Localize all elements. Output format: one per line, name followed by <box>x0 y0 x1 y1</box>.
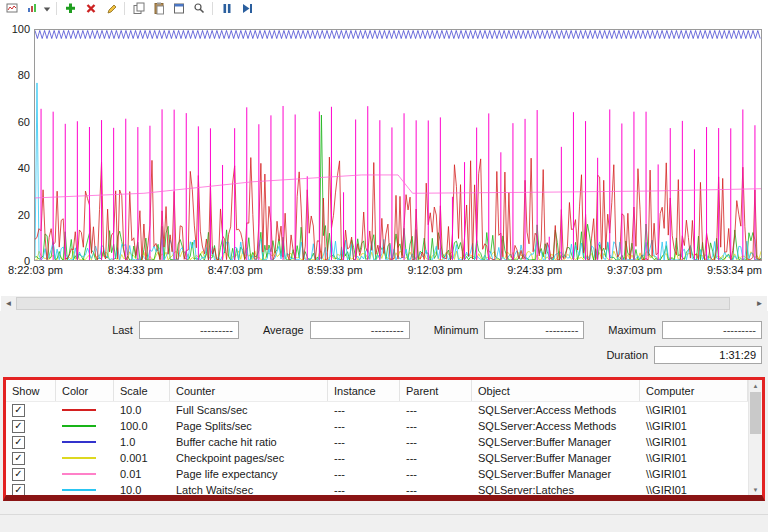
legend-row[interactable]: ✓10.0Full Scans/sec------SQLServer:Acces… <box>6 402 748 418</box>
object-cell: SQLServer:Buffer Manager <box>472 452 640 464</box>
maximum-label: Maximum <box>608 324 656 336</box>
dropdown-caret-icon <box>43 5 51 13</box>
scroll-left-arrow-icon[interactable]: ◄ <box>1 296 16 311</box>
scrollbar-track[interactable] <box>16 296 752 311</box>
x-tick: 9:37:03 pm <box>607 264 662 276</box>
stats-row-values: Last --------- Average --------- Minimum… <box>0 321 762 339</box>
horizontal-scrollbar[interactable]: ◄ ► <box>1 296 767 311</box>
x-tick: 9:12:03 pm <box>407 264 462 276</box>
toolbar-separator <box>212 2 213 15</box>
legend-body: ✓10.0Full Scans/sec------SQLServer:Acces… <box>6 402 748 495</box>
legend-row[interactable]: ✓1.0Buffer cache hit ratio------SQLServe… <box>6 434 748 450</box>
last-label: Last <box>112 324 133 336</box>
bottom-divider <box>0 501 768 515</box>
column-header-computer[interactable]: Computer <box>640 380 748 401</box>
properties-icon <box>173 2 185 15</box>
scale-cell: 10.0 <box>114 404 170 416</box>
object-cell: SQLServer:Buffer Manager <box>472 436 640 448</box>
counter-cell: Checkpoint pages/sec <box>170 452 328 464</box>
object-cell: SQLServer:Access Methods <box>472 420 640 432</box>
performance-graph <box>34 29 762 261</box>
y-tick: 60 <box>18 116 30 128</box>
color-swatch <box>62 441 96 443</box>
scroll-down-arrow-icon[interactable]: ▼ <box>749 484 762 495</box>
computer-cell: \\GIRI01 <box>640 452 748 464</box>
show-checkbox[interactable]: ✓ <box>12 404 25 417</box>
scrollbar-thumb[interactable] <box>16 297 730 310</box>
column-header-scale[interactable]: Scale <box>114 380 170 401</box>
y-tick: 80 <box>18 69 30 81</box>
color-swatch-cell <box>56 425 114 427</box>
add-counter-button[interactable] <box>61 1 80 16</box>
toolbar-separator <box>56 2 57 15</box>
legend-row[interactable]: ✓10.0Latch Waits/sec------SQLServer:Latc… <box>6 482 748 495</box>
statistics-panel: Last --------- Average --------- Minimum… <box>0 311 768 373</box>
instance-cell: --- <box>328 484 400 495</box>
column-header-color[interactable]: Color <box>56 380 114 401</box>
annotation-highlight-box: ShowColorScaleCounterInstanceParentObjec… <box>3 377 765 501</box>
highlight-button[interactable] <box>101 1 120 16</box>
copy-properties-button[interactable] <box>129 1 148 16</box>
scale-cell: 0.001 <box>114 452 170 464</box>
scroll-right-arrow-icon[interactable]: ► <box>752 296 767 311</box>
show-checkbox[interactable]: ✓ <box>12 484 25 496</box>
color-swatch-cell <box>56 409 114 411</box>
legend-row[interactable]: ✓100.0Page Splits/sec------SQLServer:Acc… <box>6 418 748 434</box>
update-data-icon <box>241 2 253 15</box>
update-data-button[interactable] <box>237 1 256 16</box>
counter-legend-table: ShowColorScaleCounterInstanceParentObjec… <box>6 380 748 495</box>
computer-cell: \\GIRI01 <box>640 468 748 480</box>
chart-area: 100806040200 8:22:03 pm8:34:33 pm8:47:03… <box>0 17 768 282</box>
scale-cell: 1.0 <box>114 436 170 448</box>
vertical-scrollbar-thumb[interactable] <box>750 392 761 434</box>
show-checkbox-cell: ✓ <box>6 436 56 449</box>
show-checkbox[interactable]: ✓ <box>12 452 25 465</box>
view-current-activity-button[interactable] <box>2 1 21 16</box>
paste-counter-list-button[interactable] <box>149 1 168 16</box>
scroll-up-arrow-icon[interactable]: ▲ <box>749 380 762 391</box>
freeze-display-button[interactable] <box>217 1 236 16</box>
instance-cell: --- <box>328 420 400 432</box>
x-axis-labels: 8:22:03 pm8:34:33 pm8:47:03 pm8:59:33 pm… <box>8 261 762 282</box>
graph-type-dropdown[interactable] <box>42 1 52 16</box>
computer-cell: \\GIRI01 <box>640 420 748 432</box>
color-swatch-cell <box>56 489 114 491</box>
show-checkbox[interactable]: ✓ <box>12 436 25 449</box>
properties-button[interactable] <box>169 1 188 16</box>
color-swatch <box>62 457 96 459</box>
show-checkbox-cell: ✓ <box>6 404 56 417</box>
computer-cell: \\GIRI01 <box>640 436 748 448</box>
column-header-instance[interactable]: Instance <box>328 380 400 401</box>
object-cell: SQLServer:Access Methods <box>472 404 640 416</box>
parent-cell: --- <box>400 468 472 480</box>
instance-cell: --- <box>328 468 400 480</box>
scale-cell: 100.0 <box>114 420 170 432</box>
color-swatch <box>62 473 96 475</box>
x-tick: 8:22:03 pm <box>8 264 63 276</box>
zoom-button[interactable] <box>189 1 208 16</box>
show-checkbox-cell: ✓ <box>6 484 56 496</box>
column-header-show[interactable]: Show <box>6 380 56 401</box>
bottom-strip <box>0 501 768 528</box>
duration-label: Duration <box>606 349 648 361</box>
delete-counter-button[interactable] <box>81 1 100 16</box>
change-graph-type-button[interactable] <box>22 1 41 16</box>
show-checkbox-cell: ✓ <box>6 420 56 433</box>
object-cell: SQLServer:Buffer Manager <box>472 468 640 480</box>
column-header-parent[interactable]: Parent <box>400 380 472 401</box>
toolbar <box>0 0 768 17</box>
column-header-counter[interactable]: Counter <box>170 380 328 401</box>
show-checkbox[interactable]: ✓ <box>12 420 25 433</box>
show-checkbox[interactable]: ✓ <box>12 468 25 481</box>
color-swatch-cell <box>56 441 114 443</box>
toolbar-separator <box>124 2 125 15</box>
legend-row[interactable]: ✓0.001Checkpoint pages/sec------SQLServe… <box>6 450 748 466</box>
x-tick: 9:53:34 pm <box>707 264 762 276</box>
vertical-scrollbar[interactable]: ▲ ▼ <box>748 380 762 495</box>
computer-cell: \\GIRI01 <box>640 484 748 495</box>
stats-row-duration: Duration 1:31:29 <box>0 346 762 364</box>
add-counter-icon <box>64 2 77 15</box>
legend-row[interactable]: ✓0.01Page life expectancy------SQLServer… <box>6 466 748 482</box>
column-header-object[interactable]: Object <box>472 380 640 401</box>
counter-cell: Latch Waits/sec <box>170 484 328 495</box>
